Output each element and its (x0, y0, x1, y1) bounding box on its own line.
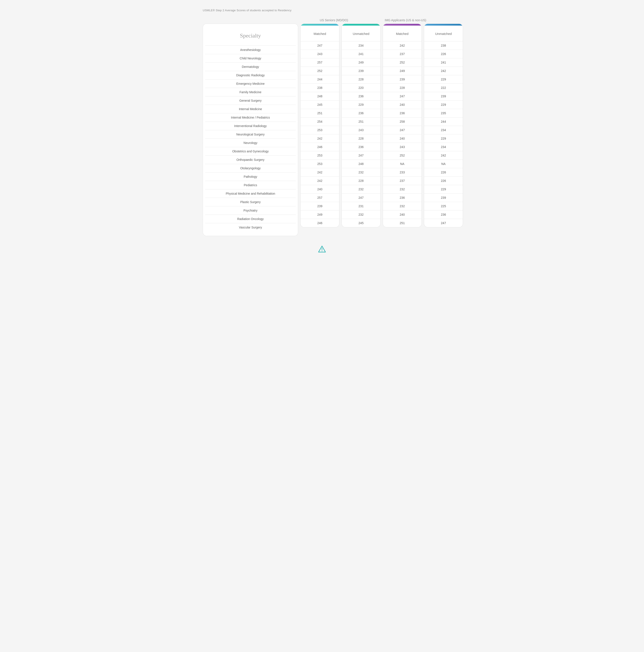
data-cell: 258 (383, 117, 422, 126)
data-cell: 242 (300, 176, 339, 185)
specialty-row: Vascular Surgery (205, 223, 296, 232)
data-cell: 236 (383, 193, 422, 202)
data-cell: 241 (342, 50, 380, 58)
us-matched-cells: 2472432572522442382482452512542532422462… (300, 41, 339, 227)
data-cell: 226 (424, 168, 463, 176)
data-cell: 232 (383, 202, 422, 210)
data-cell: 238 (300, 83, 339, 92)
col-us-matched: Matched 24724325725224423824824525125425… (300, 24, 339, 227)
col-img-unmatched-header: Unmatched (424, 24, 463, 41)
data-cell: 251 (383, 219, 422, 227)
data-cell: 252 (300, 66, 339, 75)
data-cell: 253 (300, 160, 339, 168)
data-cell: 247 (300, 41, 339, 50)
specialty-row: Obstetrics and Gynecology (205, 147, 296, 156)
specialty-row: Radiation Oncology (205, 215, 296, 223)
col-us-unmatched-header: Unmatched (342, 24, 380, 41)
data-cell: 247 (424, 219, 463, 227)
table-container: Specialty AnesthesiologyChild NeurologyD… (203, 24, 441, 236)
specialty-row: Emergency Medicine (205, 79, 296, 88)
specialty-row: Orthopaedic Surgery (205, 156, 296, 164)
data-cell: 225 (424, 202, 463, 210)
data-cell: NA (383, 160, 422, 168)
col-img-unmatched-bar (424, 24, 463, 26)
data-cell: 242 (383, 41, 422, 50)
specialty-row: Pediatrics (205, 181, 296, 189)
specialty-column-header: Specialty (205, 28, 296, 46)
data-cell: 247 (383, 92, 422, 100)
data-cell: 257 (300, 58, 339, 66)
specialty-row: Family Medicine (205, 88, 296, 96)
data-cell: 237 (383, 50, 422, 58)
data-cell: 243 (342, 126, 380, 134)
data-cell: 254 (300, 117, 339, 126)
page-title: USMLE® Step 2 Average Scores of students… (203, 9, 441, 12)
col-img-matched-bar (383, 24, 422, 26)
data-cell: 236 (342, 92, 380, 100)
data-cell: 234 (424, 126, 463, 134)
logo-area (203, 243, 441, 256)
data-cell: 252 (383, 58, 422, 66)
data-cell: 231 (342, 202, 380, 210)
page-wrapper: USMLE® Step 2 Average Scores of students… (203, 9, 441, 256)
data-cell: 242 (300, 168, 339, 176)
data-cell: 243 (383, 143, 422, 151)
data-cell: 229 (424, 185, 463, 193)
data-cell: 251 (342, 117, 380, 126)
specialty-row: Neurology (205, 138, 296, 147)
data-cell: 226 (424, 176, 463, 185)
data-cell: 229 (424, 100, 463, 109)
data-cell: 242 (424, 66, 463, 75)
data-cell: 244 (300, 75, 339, 83)
data-cell: 233 (383, 168, 422, 176)
col-img-unmatched: Unmatched 238226241242229222239229235244… (424, 24, 463, 227)
data-cell: 236 (342, 109, 380, 117)
data-cell: 249 (300, 210, 339, 219)
specialty-row: Child Neurology (205, 54, 296, 62)
data-cell: 239 (383, 75, 422, 83)
data-cell: 247 (342, 151, 380, 160)
data-cell: 246 (300, 219, 339, 227)
data-cell: 247 (342, 193, 380, 202)
data-cell: 257 (300, 193, 339, 202)
specialty-row: Pathology (205, 172, 296, 181)
data-cell: 240 (383, 134, 422, 143)
data-cell: 253 (300, 151, 339, 160)
data-cell: 229 (424, 75, 463, 83)
specialty-row: Anesthesiology (205, 46, 296, 54)
specialty-row: Internal Medicine / Pediatrics (205, 113, 296, 121)
data-cell: 232 (342, 168, 380, 176)
data-cell: 239 (342, 66, 380, 75)
data-cell: 229 (342, 100, 380, 109)
data-cell: 232 (383, 185, 422, 193)
specialty-row: Diagnostic Radiology (205, 71, 296, 79)
specialty-rows: AnesthesiologyChild NeurologyDermatology… (205, 46, 296, 232)
data-cell: 240 (383, 100, 422, 109)
specialty-row: Neurological Surgery (205, 130, 296, 138)
specialty-row: General Surgery (205, 96, 296, 105)
specialty-card: Specialty AnesthesiologyChild NeurologyD… (203, 24, 298, 236)
data-cell: 253 (300, 126, 339, 134)
img-matched-cells: 2422372522492392282472402362582472402432… (383, 41, 422, 227)
svg-point-2 (322, 251, 322, 251)
col-img-matched: Matched 24223725224923922824724023625824… (383, 24, 422, 227)
data-cell: 220 (342, 83, 380, 92)
data-cell: 249 (342, 58, 380, 66)
data-cell: 248 (342, 160, 380, 168)
col-us-unmatched-bar (342, 24, 380, 26)
data-cell: 235 (424, 109, 463, 117)
data-cell: 242 (300, 134, 339, 143)
specialty-row: Internal Medicine (205, 105, 296, 113)
data-cell: 252 (383, 151, 422, 160)
data-cell: 228 (383, 83, 422, 92)
data-cell: 236 (424, 210, 463, 219)
data-cell: 244 (424, 117, 463, 126)
data-cell: 236 (383, 109, 422, 117)
group-headers: US Seniors (MD/DO) IMG Applicants (US & … (203, 19, 441, 22)
specialty-row: Otolaryngology (205, 164, 296, 172)
data-cell: 239 (424, 193, 463, 202)
data-cell: 236 (342, 143, 380, 151)
data-cell: 232 (342, 210, 380, 219)
data-cell: 242 (424, 151, 463, 160)
data-cell: NA (424, 160, 463, 168)
